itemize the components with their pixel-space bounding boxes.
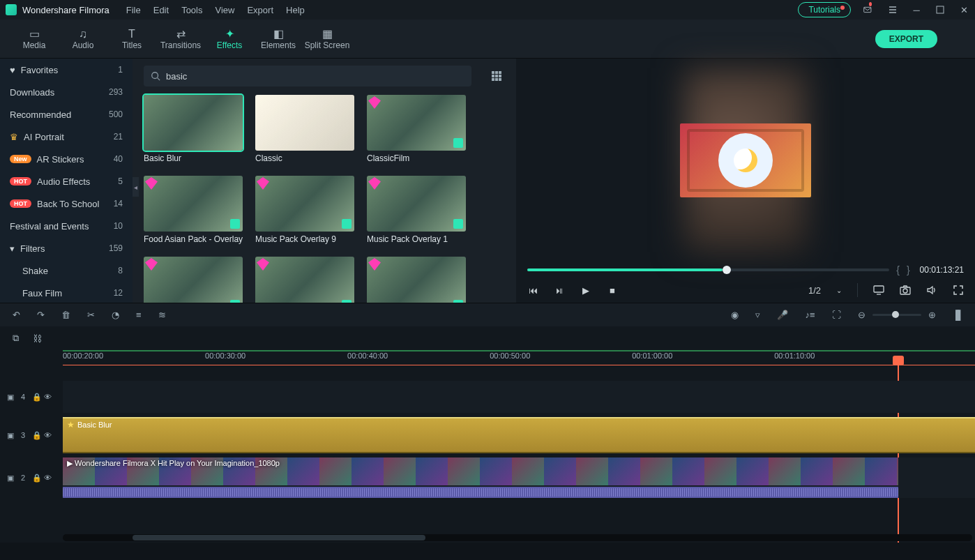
tab-titles[interactable]: TTitles — [107, 20, 156, 59]
effect-item[interactable]: Classic — [255, 95, 365, 163]
voiceover-icon[interactable]: 🎤 — [777, 310, 788, 320]
cut-icon[interactable]: ✂ — [87, 310, 95, 320]
sidebar-item[interactable]: Shake8 — [0, 259, 133, 282]
list-icon[interactable] — [887, 4, 898, 15]
play-button[interactable]: ▶ — [580, 285, 591, 296]
zoom-slider[interactable] — [872, 314, 921, 316]
speed-icon[interactable]: ◔ — [112, 310, 119, 320]
download-icon[interactable] — [342, 219, 352, 229]
effect-item[interactable]: Basic Blur — [144, 95, 254, 163]
mark-out-icon[interactable]: } — [907, 264, 910, 275]
minimize-button[interactable]: ─ — [911, 4, 922, 15]
tab-split-screen[interactable]: ▦Split Screen — [303, 20, 352, 59]
marker-icon[interactable]: ▿ — [755, 310, 760, 320]
audio-wave-icon[interactable]: ≋ — [158, 310, 166, 320]
effect-item[interactable]: Music Pack Overlay 9 — [255, 176, 365, 244]
volume-icon[interactable] — [926, 285, 937, 296]
track-head-2[interactable]: ▣2 🔒 👁 — [0, 474, 63, 483]
maximize-button[interactable] — [935, 4, 946, 15]
menu-help[interactable]: Help — [286, 5, 305, 15]
sidebar-item[interactable]: HOTBack To School14 — [0, 192, 133, 215]
menu-export[interactable]: Export — [247, 5, 273, 15]
effect-thumbnail[interactable] — [255, 95, 354, 151]
menu-tools[interactable]: Tools — [181, 5, 202, 15]
close-button[interactable]: ✕ — [958, 4, 969, 15]
tutorials-button[interactable]: Tutorials — [798, 2, 851, 17]
export-button[interactable]: EXPORT — [875, 30, 937, 48]
fullscreen-icon[interactable] — [953, 285, 964, 296]
sidebar-item[interactable]: ♛AI Portrait21 — [0, 126, 133, 148]
search-input-wrapper[interactable] — [144, 66, 471, 86]
sidebar-item[interactable]: ♥Favorites1 — [0, 59, 133, 81]
tab-audio[interactable]: ♫Audio — [59, 20, 107, 59]
sidebar-item[interactable]: NewAR Stickers40 — [0, 148, 133, 170]
step-back-button[interactable]: ⏯ — [554, 285, 565, 296]
mark-in-icon[interactable]: { — [896, 264, 900, 275]
sidebar-item[interactable]: Recommended500 — [0, 103, 133, 126]
scrubber-knob[interactable] — [723, 266, 731, 274]
search-input[interactable] — [166, 71, 464, 82]
menu-view[interactable]: View — [215, 5, 234, 15]
tab-media[interactable]: ▭Media — [10, 20, 59, 59]
sidebar-item[interactable]: ▾Filters159 — [0, 237, 133, 259]
effect-item[interactable]: Music Pack Overlay 1 — [367, 176, 477, 244]
stop-button[interactable]: ■ — [607, 285, 618, 296]
preview-scale[interactable]: 1/2 — [808, 285, 821, 296]
adjust-icon[interactable]: ≡ — [136, 310, 142, 320]
download-icon[interactable] — [453, 138, 463, 148]
view-grid-icon[interactable] — [491, 70, 502, 82]
sidebar-item[interactable]: HOTAudio Effects5 — [0, 170, 133, 192]
track-2[interactable]: ▶ Wondershare Filmora X Hit Play on Your… — [63, 457, 975, 498]
redo-icon[interactable]: ↷ — [37, 310, 45, 320]
track-3[interactable]: ★Basic Blur — [63, 417, 975, 453]
effect-item[interactable] — [255, 257, 365, 303]
effect-thumbnail[interactable] — [367, 176, 466, 232]
prev-frame-button[interactable]: ⏮ — [527, 285, 538, 296]
preview-scrubber[interactable] — [527, 268, 889, 271]
timeline-ruler[interactable]: 00:00:20:0000:00:30:0000:00:40:0000:00:5… — [63, 350, 975, 365]
preview-canvas[interactable] — [516, 59, 975, 262]
effect-thumbnail[interactable] — [367, 257, 466, 303]
track-head-4[interactable]: ▣4 🔒 👁 — [0, 393, 63, 402]
tab-transitions[interactable]: ⇄Transitions — [156, 20, 205, 59]
download-icon[interactable] — [230, 300, 240, 303]
snapshot-icon[interactable] — [900, 285, 911, 296]
effect-thumbnail[interactable] — [367, 95, 466, 151]
effect-thumbnail[interactable] — [144, 257, 243, 303]
clip-audio[interactable] — [63, 487, 898, 498]
download-icon[interactable] — [453, 219, 463, 229]
download-icon[interactable] — [230, 219, 240, 229]
effect-item[interactable] — [367, 257, 477, 303]
menu-file[interactable]: File — [126, 5, 141, 15]
track-head-3[interactable]: ▣3 🔒 👁 — [0, 431, 63, 440]
crop-icon[interactable]: ⛶ — [832, 310, 841, 320]
track-4[interactable] — [63, 381, 975, 413]
sidebar-item[interactable]: Festival and Events10 — [0, 215, 133, 237]
effect-item[interactable]: Food Asian Pack - Overlay — [144, 176, 254, 244]
tab-effects[interactable]: ✦Effects — [205, 20, 254, 59]
display-icon[interactable] — [873, 285, 884, 296]
collapse-sidebar-button[interactable]: ◂ — [133, 177, 139, 197]
zoom-out-icon[interactable]: ⊖ — [858, 310, 866, 320]
download-icon[interactable] — [453, 300, 463, 303]
timeline-scrollbar[interactable] — [63, 534, 972, 541]
timeline-options-icon[interactable]: ⧉ — [13, 333, 19, 344]
menu-edit[interactable]: Edit — [153, 5, 169, 15]
zoom-in-icon[interactable]: ⊕ — [928, 310, 936, 320]
fit-icon[interactable]: ▐▌ — [953, 310, 962, 320]
audio-mixer-icon[interactable]: ♪≡ — [805, 310, 815, 320]
mail-icon[interactable] — [863, 4, 875, 15]
clip-basic-blur[interactable]: ★Basic Blur — [63, 417, 975, 453]
effect-thumbnail[interactable] — [255, 176, 354, 232]
effect-thumbnail[interactable] — [144, 95, 243, 151]
sidebar-item[interactable]: Faux Film12 — [0, 282, 133, 303]
effect-item[interactable] — [144, 257, 254, 303]
download-icon[interactable] — [342, 300, 352, 303]
undo-icon[interactable]: ↶ — [13, 310, 20, 320]
effect-thumbnail[interactable] — [144, 176, 243, 232]
render-icon[interactable]: ◉ — [731, 310, 739, 320]
effect-item[interactable]: ClassicFilm — [367, 95, 477, 163]
tab-elements[interactable]: ◧Elements — [254, 20, 303, 59]
delete-icon[interactable]: 🗑 — [61, 310, 70, 320]
playhead-knob-icon[interactable] — [893, 356, 904, 365]
